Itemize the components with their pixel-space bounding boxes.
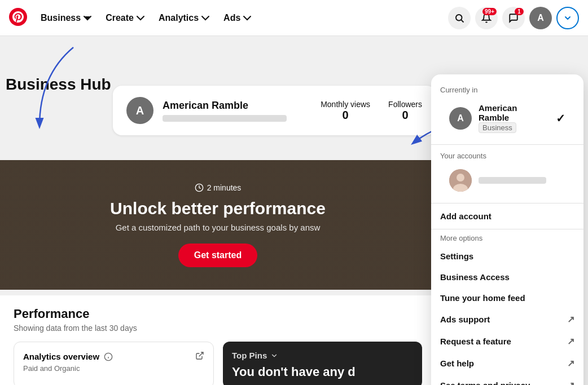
account-stats: Monthly views 0 Followers 0 [321, 100, 422, 122]
header-left: Business Create Analytics Ads [9, 8, 252, 28]
menu-item-get-help[interactable]: Get help ↗ [431, 352, 583, 374]
main-content: Business Hub A American Ramble Monthly v… [0, 36, 588, 385]
hero-banner: 2 minutes Unlock better performance Get … [0, 160, 436, 290]
menu-item-settings[interactable]: Settings [431, 246, 583, 267]
account-avatar: A [126, 97, 153, 124]
external-icon-ads: ↗ [567, 314, 574, 325]
current-account-avatar: A [449, 107, 472, 130]
svg-point-9 [457, 174, 464, 182]
current-account-row: A American Ramble Business ✓ [440, 99, 574, 138]
header: Business Create Analytics Ads 99+ 1 A [0, 0, 588, 36]
currently-in-section: Currently in A American Ramble Business … [431, 81, 583, 142]
divider-1 [431, 144, 583, 145]
menu-item-tune-home-feed[interactable]: Tune your home feed [431, 287, 583, 308]
external-icon-feature: ↗ [567, 336, 574, 347]
account-url-blur [163, 115, 287, 122]
top-pins-body: You don't have any d [232, 365, 413, 379]
account-card: A American Ramble Monthly views 0 Follow… [113, 86, 436, 135]
nav-business[interactable]: Business [41, 13, 92, 23]
pinterest-logo[interactable] [9, 8, 27, 28]
monthly-views-stat: Monthly views 0 [321, 100, 370, 122]
personal-account-name-blur [479, 177, 546, 184]
analytics-overview-card: Analytics overview Paid and Organic [14, 342, 214, 385]
notifications-badge: 99+ [482, 8, 497, 15]
hero-title: Unlock better performance [110, 199, 326, 218]
account-info: American Ramble [163, 100, 311, 122]
menu-item-business-access[interactable]: Business Access [431, 267, 583, 287]
your-accounts-label: Your accounts [440, 152, 574, 160]
account-dropdown-button[interactable] [556, 7, 579, 29]
business-hub-title: Business Hub [6, 76, 111, 94]
external-icon-terms: ↗ [567, 380, 574, 385]
analytics-card-title: Analytics overview [23, 351, 204, 362]
divider-2 [431, 203, 583, 203]
svg-point-0 [9, 8, 27, 26]
performance-cards: Analytics overview Paid and Organic Top … [14, 342, 422, 385]
personal-avatar [449, 169, 472, 192]
messages-badge: 1 [515, 8, 524, 15]
your-accounts-section: Your accounts [431, 147, 583, 201]
performance-subtitle: Showing data from the last 30 days [14, 324, 422, 333]
current-account-type: Business [479, 122, 516, 133]
divider-3 [431, 229, 583, 229]
check-icon: ✓ [556, 112, 565, 125]
top-pins-card: Top Pins You don't have any d [223, 342, 422, 385]
svg-line-2 [461, 20, 463, 22]
nav-create[interactable]: Create [106, 13, 145, 23]
current-account-name: American Ramble [479, 103, 549, 122]
svg-line-7 [199, 352, 203, 356]
current-account-info: American Ramble Business [479, 103, 549, 133]
analytics-card-subtitle: Paid and Organic [23, 364, 204, 373]
nav-ads[interactable]: Ads [223, 13, 252, 23]
nav-analytics[interactable]: Analytics [159, 13, 210, 23]
account-name: American Ramble [163, 100, 311, 112]
user-avatar-button[interactable]: A [529, 7, 552, 29]
add-account[interactable]: Add account [431, 206, 583, 227]
more-options-label: More options [431, 232, 583, 246]
export-icon[interactable] [195, 351, 204, 362]
search-button[interactable] [448, 7, 471, 29]
hero-subtitle: Get a customized path to your business g… [116, 223, 321, 232]
performance-title: Performance [14, 307, 422, 321]
currently-in-label: Currently in [440, 86, 574, 94]
notifications-button[interactable]: 99+ [475, 7, 498, 29]
performance-section: Performance Showing data from the last 3… [0, 295, 436, 385]
dropdown-menu: Currently in A American Ramble Business … [431, 74, 583, 385]
personal-account-row[interactable] [440, 165, 574, 196]
menu-item-request-feature[interactable]: Request a feature ↗ [431, 330, 583, 352]
top-pins-header: Top Pins [232, 351, 413, 360]
svg-point-1 [456, 15, 462, 21]
header-right: 99+ 1 A [448, 7, 579, 29]
external-icon-help: ↗ [567, 358, 574, 369]
followers-stat: Followers 0 [388, 100, 422, 122]
menu-item-ads-support[interactable]: Ads support ↗ [431, 308, 583, 330]
messages-button[interactable]: 1 [502, 7, 525, 29]
hero-cta-button[interactable]: Get started [178, 244, 257, 267]
hero-time: 2 minutes [195, 183, 242, 192]
menu-item-terms-privacy[interactable]: See terms and privacy ↗ [431, 374, 583, 385]
